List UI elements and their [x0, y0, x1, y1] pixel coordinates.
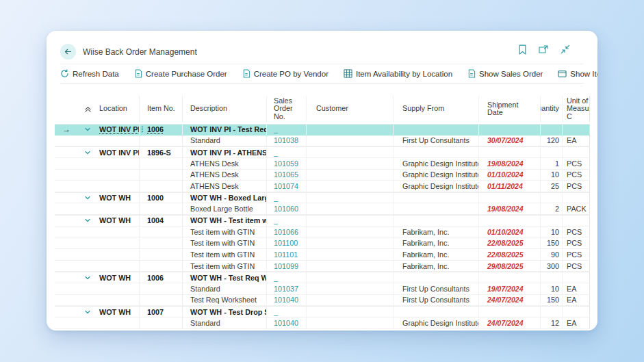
detail-row[interactable]: Boxed Large Bottle10106019/08/20242PACK: [55, 203, 590, 215]
cell-description[interactable]: Test item with GTIN: [183, 237, 267, 248]
bookmark-icon[interactable]: [518, 44, 527, 55]
cell-unit-of-measure[interactable]: [563, 147, 590, 157]
cell-customer[interactable]: [307, 318, 394, 328]
cell-quantity[interactable]: 25: [541, 181, 563, 192]
cell-shipment-date[interactable]: 29/08/2025: [479, 261, 541, 272]
cell-description[interactable]: Standard: [183, 135, 267, 146]
cell-description[interactable]: Test item with GTIN: [183, 227, 267, 237]
cell-description[interactable]: ATHENS Desk: [183, 170, 267, 181]
sales-order-link[interactable]: 101100: [274, 239, 298, 247]
cell-quantity[interactable]: [541, 125, 563, 135]
cell-sales-order-no[interactable]: 101038: [267, 135, 307, 146]
cell-quantity[interactable]: 10: [541, 227, 563, 237]
sales-order-link[interactable]: 101065: [274, 170, 298, 179]
row-options-icon[interactable]: ⋮: [140, 125, 145, 133]
cell-customer[interactable]: [307, 147, 394, 157]
group-collapse-toggle[interactable]: [78, 307, 97, 317]
cell-location[interactable]: WOT WH: [97, 272, 140, 283]
cell-shipment-date[interactable]: [479, 272, 541, 283]
cell-shipment-date[interactable]: 30/07/2024: [479, 135, 541, 146]
cell-shipment-date[interactable]: [479, 216, 541, 226]
cell-item-no[interactable]: ⋮1006: [140, 125, 183, 135]
cell-unit-of-measure[interactable]: PCS: [563, 237, 590, 248]
cell-sales-order-no[interactable]: _: [267, 193, 307, 203]
cell-supply-from[interactable]: Graphic Design Institute: [394, 318, 479, 328]
cell-customer[interactable]: [307, 135, 394, 146]
cell-supply-from[interactable]: First Up Consultants: [394, 295, 479, 306]
sales-order-link[interactable]: 101038: [274, 136, 298, 144]
cell-customer[interactable]: [307, 125, 394, 135]
cell-location[interactable]: WOT WH: [97, 193, 140, 203]
sales-order-link[interactable]: 101066: [274, 228, 298, 236]
cell-description[interactable]: WOT WH - Test Drop Shipm...: [183, 307, 267, 317]
column-header-sales-order-no[interactable]: Sales Order No.: [267, 96, 307, 122]
cell-location[interactable]: WOT INV PI: [97, 147, 140, 157]
cell-customer[interactable]: [307, 237, 394, 248]
cell-supply-from[interactable]: [394, 216, 479, 226]
cell-unit-of-measure[interactable]: EA: [563, 135, 590, 146]
cell-supply-from[interactable]: Graphic Design Institute: [394, 170, 479, 181]
cell-unit-of-measure[interactable]: [563, 307, 590, 317]
cell-item-no[interactable]: [140, 295, 183, 306]
cell-item-no[interactable]: [140, 237, 183, 248]
cell-supply-from[interactable]: First Up Consultants: [394, 283, 479, 294]
column-header-customer[interactable]: Customer: [307, 96, 394, 122]
cell-quantity[interactable]: 150: [541, 295, 563, 306]
cell-shipment-date[interactable]: 19/07/2024: [479, 283, 541, 294]
cell-location[interactable]: [97, 237, 140, 248]
cell-item-no[interactable]: [140, 227, 183, 237]
cell-unit-of-measure[interactable]: EA: [563, 318, 590, 328]
cell-quantity[interactable]: 10: [541, 170, 563, 181]
cell-description[interactable]: WOT WH - Test item with GT...: [183, 216, 267, 226]
cell-customer[interactable]: [307, 170, 394, 181]
group-row[interactable]: WOT INV PI1896-SWOT INV PI - ATHENS Desk…: [55, 146, 590, 158]
cell-supply-from[interactable]: Graphic Design Institute: [394, 181, 479, 192]
cell-shipment-date[interactable]: 24/07/2024: [479, 295, 541, 306]
group-row[interactable]: WOT WH1006WOT WH - Test Req Worksh..._: [55, 272, 590, 283]
cell-description[interactable]: ATHENS Desk: [183, 158, 267, 169]
cell-supply-from[interactable]: Fabrikam, Inc.: [394, 237, 479, 248]
cell-shipment-date[interactable]: 19/08/2024: [479, 203, 541, 214]
cell-location[interactable]: WOT WH: [97, 216, 140, 226]
cell-description[interactable]: WOT WH - Boxed Large Bott...: [183, 193, 267, 203]
cell-item-no[interactable]: 1004: [140, 216, 183, 226]
cell-description[interactable]: Test item with GTIN: [183, 261, 267, 272]
cell-shipment-date[interactable]: 24/07/2024: [479, 318, 541, 328]
cell-unit-of-measure[interactable]: PACK: [563, 203, 590, 214]
column-header-unit-of-measure[interactable]: Unit of Measure C: [563, 96, 590, 122]
group-row[interactable]: →WOT INV PI⋮1006WOT INV PI - Test Req Wo…: [55, 124, 590, 135]
group-collapse-toggle[interactable]: [78, 147, 97, 157]
cell-sales-order-no[interactable]: _: [267, 147, 307, 157]
cell-description[interactable]: WOT INV PI - ATHENS Desk ...: [183, 147, 267, 157]
cell-item-no[interactable]: 1007: [140, 307, 183, 317]
cell-customer[interactable]: [307, 261, 394, 272]
popout-icon[interactable]: [539, 44, 549, 54]
cell-unit-of-measure[interactable]: EA: [563, 295, 590, 306]
cell-customer[interactable]: [307, 307, 394, 317]
cell-customer[interactable]: [307, 203, 394, 214]
cell-quantity[interactable]: [541, 216, 563, 226]
cell-shipment-date[interactable]: 22/08/2025: [479, 249, 541, 260]
cell-supply-from[interactable]: Fabrikam, Inc.: [394, 227, 479, 237]
sales-order-link[interactable]: 101074: [274, 182, 298, 190]
cell-supply-from[interactable]: Fabrikam, Inc.: [394, 249, 479, 260]
cell-supply-from[interactable]: First Up Consultants: [394, 135, 479, 146]
group-collapse-toggle[interactable]: [78, 125, 97, 135]
cell-description[interactable]: WOT INV PI - Test Req Work...: [183, 125, 267, 135]
group-row[interactable]: WOT WH1007WOT WH - Test Drop Shipm..._: [55, 306, 590, 318]
cell-quantity[interactable]: 1: [541, 158, 563, 169]
cell-supply-from[interactable]: Fabrikam, Inc.: [394, 261, 479, 272]
detail-row[interactable]: Test item with GTIN101066Fabrikam, Inc.0…: [55, 227, 590, 238]
cell-unit-of-measure[interactable]: PCS: [563, 158, 590, 169]
collapse-all-button[interactable]: [78, 96, 97, 122]
cell-item-no[interactable]: [140, 170, 183, 181]
cell-quantity[interactable]: 120: [541, 135, 563, 146]
cell-item-no[interactable]: 1000: [140, 193, 183, 203]
collapse-icon[interactable]: [561, 44, 570, 54]
cell-sales-order-no[interactable]: 101060: [267, 203, 307, 214]
sales-order-link[interactable]: 101037: [274, 285, 298, 293]
detail-row[interactable]: ATHENS Desk101059Graphic Design Institut…: [55, 158, 590, 170]
cell-sales-order-no[interactable]: 101074: [267, 181, 307, 192]
cell-supply-from[interactable]: [394, 203, 479, 214]
sales-order-link[interactable]: 101059: [274, 159, 298, 168]
